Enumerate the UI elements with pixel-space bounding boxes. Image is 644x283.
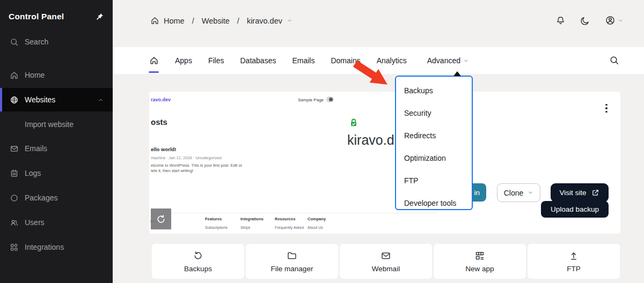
tab-apps[interactable]: Apps: [175, 56, 192, 65]
preview-nav-link: Sample Page: [298, 98, 324, 102]
menu-item-backups[interactable]: Backups: [396, 79, 472, 102]
clone-button[interactable]: Clone: [497, 183, 540, 202]
footer-link: Stripe: [240, 226, 278, 229]
breadcrumb-label: Home: [164, 17, 185, 25]
header-actions: [555, 15, 624, 26]
sidebar-item-packages[interactable]: Packages: [0, 186, 113, 210]
preview-post-meta: machira · Jan 12, 2026 · Uncategorized: [151, 155, 222, 160]
tab-analytics[interactable]: Analytics: [377, 56, 407, 65]
envelope-icon: [10, 144, 19, 153]
menu-item-label: Security: [404, 109, 431, 117]
refresh-preview-button[interactable]: [151, 208, 171, 229]
app-grid-icon: [474, 250, 485, 261]
quick-action-backups[interactable]: Backups: [152, 244, 244, 279]
tab-advanced[interactable]: Advanced: [427, 56, 469, 65]
footer-link: Frequently Asked: [275, 226, 312, 229]
footer-heading: Features: [205, 217, 243, 221]
quick-action-label: New app: [465, 265, 494, 273]
sidebar-item-label: Logs: [25, 169, 41, 177]
quick-action-new-app[interactable]: New app: [434, 244, 526, 279]
card-menu-button[interactable]: [602, 101, 611, 115]
tab-label: Databases: [240, 56, 276, 65]
sidebar-item-integrations[interactable]: Integrations: [0, 235, 113, 259]
circle-icon: [10, 193, 19, 203]
moon-icon[interactable]: [580, 16, 590, 26]
pin-icon[interactable]: [95, 12, 104, 21]
sidebar-item-label: Search: [25, 38, 48, 46]
menu-item-label: Optimization: [404, 154, 446, 162]
sidebar-item-import-website[interactable]: Import website: [0, 113, 113, 136]
external-link-icon: [591, 188, 600, 197]
breadcrumb-label: Website: [202, 17, 230, 25]
sidebar-item-search[interactable]: Search: [0, 32, 113, 51]
website-card: ravo.dev Sample Page osts ello world! ma…: [149, 92, 620, 234]
quick-action-webmail[interactable]: Webmail: [340, 244, 432, 279]
preview-footer-col: Resources Frequently Asked: [275, 217, 312, 229]
search-icon[interactable]: [609, 55, 619, 65]
preview-footer-col: Features Subscriptions: [205, 217, 243, 229]
sidebar-item-home[interactable]: Home: [0, 63, 113, 87]
menu-item-ftp[interactable]: FTP: [396, 169, 472, 192]
tab-label: Advanced: [427, 56, 460, 65]
menu-item-optimization[interactable]: Optimization: [396, 147, 472, 169]
sidebar-item-label: Packages: [25, 193, 57, 202]
visit-site-button[interactable]: Visit site: [551, 183, 609, 202]
clone-label: Clone: [504, 189, 524, 197]
tab-domains[interactable]: Domains: [331, 56, 360, 65]
chevron-down-icon: [528, 190, 533, 196]
quick-action-label: FTP: [567, 265, 581, 273]
sidebar-item-websites[interactable]: Websites: [0, 88, 113, 111]
quick-action-label: File manager: [271, 265, 313, 273]
chevron-down-icon: [463, 58, 469, 64]
tab-label: Apps: [175, 56, 192, 65]
search-icon: [10, 38, 19, 47]
tab-label: Files: [208, 56, 224, 65]
preview-post-body: elcome to WordPress. This is your first …: [151, 163, 242, 168]
tab-label: Domains: [331, 56, 360, 65]
tab-overview[interactable]: [149, 47, 159, 74]
chevron-down-icon: [618, 18, 624, 24]
preview-footer-divider: [151, 213, 438, 213]
tab-label: Analytics: [377, 56, 407, 65]
preview-footer-col: Integrations Stripe: [240, 217, 278, 229]
sidebar-item-users[interactable]: Users: [0, 211, 113, 234]
preview-post-body: lete it, then start writing!: [151, 168, 193, 173]
integrations-icon: [10, 243, 19, 252]
chevron-up-icon: [98, 97, 104, 103]
top-header: Home / Website / kiravo.dev: [113, 0, 644, 47]
tab-label: Emails: [292, 56, 314, 65]
bell-icon[interactable]: [555, 16, 566, 26]
menu-item-developer-tools[interactable]: Developer tools: [396, 192, 472, 214]
sidebar-item-logs[interactable]: Logs: [0, 161, 113, 185]
quick-action-file-manager[interactable]: File manager: [246, 244, 338, 279]
user-menu[interactable]: [605, 15, 624, 26]
menu-item-security[interactable]: Security: [396, 102, 472, 124]
preview-post-title: ello world!: [151, 146, 177, 152]
menu-item-label: Backups: [404, 86, 433, 95]
sidebar: Control Panel Search Home Websites Impor…: [0, 0, 113, 283]
home-icon: [150, 16, 159, 25]
footer-heading: Company: [308, 217, 345, 221]
upload-backup-label: Upload backup: [551, 205, 599, 213]
breadcrumb: Home / Website / kiravo.dev: [150, 16, 292, 25]
tab-databases[interactable]: Databases: [240, 56, 276, 65]
upload-backup-button[interactable]: Upload backup: [541, 201, 609, 218]
menu-item-label: Developer tools: [404, 199, 456, 207]
breadcrumb-website[interactable]: Website: [202, 17, 230, 25]
upload-icon: [568, 250, 579, 261]
quick-action-label: Webmail: [372, 265, 400, 273]
breadcrumb-home[interactable]: Home: [150, 16, 185, 25]
footer-link: About Us: [308, 226, 345, 229]
preview-site-link: ravo.dev: [151, 97, 171, 102]
menu-item-redirects[interactable]: Redirects: [396, 124, 472, 147]
home-icon: [149, 56, 159, 65]
menu-item-label: Redirects: [404, 131, 436, 140]
tab-files[interactable]: Files: [208, 56, 224, 65]
preview-footer-col: Company About Us: [308, 217, 345, 229]
menu-item-label: FTP: [404, 176, 418, 185]
sidebar-item-emails[interactable]: Emails: [0, 137, 113, 160]
breadcrumb-site-selector[interactable]: kiravo.dev: [247, 17, 292, 25]
sidebar-item-label: Import website: [25, 120, 74, 129]
tab-emails[interactable]: Emails: [292, 56, 314, 65]
quick-action-ftp[interactable]: FTP: [528, 244, 620, 279]
